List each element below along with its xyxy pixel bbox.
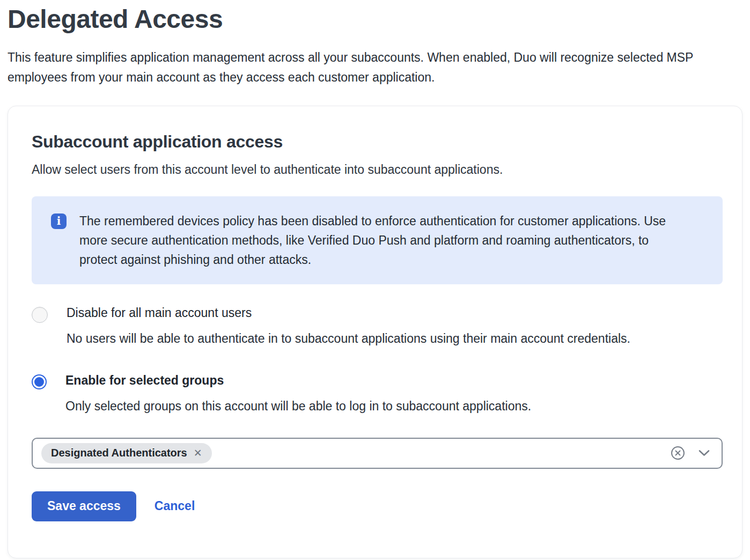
remove-tag-icon[interactable]: ✕ bbox=[194, 448, 202, 458]
save-access-button[interactable]: Save access bbox=[32, 491, 136, 521]
card-subheading: Allow select users from this account lev… bbox=[32, 163, 718, 177]
delegated-access-page: Delegated Access This feature simplifies… bbox=[0, 0, 750, 558]
cancel-button[interactable]: Cancel bbox=[155, 499, 195, 513]
form-actions: Save access Cancel bbox=[32, 491, 718, 521]
page-title: Delegated Access bbox=[8, 5, 742, 34]
radio-disable-all[interactable] bbox=[32, 307, 48, 323]
select-controls bbox=[670, 445, 710, 461]
info-icon: i bbox=[51, 213, 67, 229]
option-disable-all-texts: Disable for all main account users No us… bbox=[67, 306, 630, 349]
info-alert: i The remembered devices policy has been… bbox=[32, 196, 723, 284]
option-enable-groups-description: Only selected groups on this account wil… bbox=[65, 396, 531, 416]
info-alert-text: The remembered devices policy has been d… bbox=[79, 211, 686, 269]
option-enable-groups-label[interactable]: Enable for selected groups bbox=[65, 373, 531, 388]
option-enable-groups: Enable for selected groups Only selected… bbox=[32, 373, 718, 416]
page-description: This feature simplifies application mana… bbox=[8, 48, 721, 87]
option-enable-groups-texts: Enable for selected groups Only selected… bbox=[65, 373, 531, 416]
option-disable-all-label[interactable]: Disable for all main account users bbox=[67, 306, 630, 320]
radio-enable-groups[interactable] bbox=[33, 375, 46, 388]
selected-group-tag: Designated Authenticators ✕ bbox=[41, 443, 212, 463]
option-disable-all-description: No users will be able to authenticate in… bbox=[67, 329, 630, 349]
groups-multiselect-input[interactable]: Designated Authenticators ✕ bbox=[32, 438, 723, 469]
clear-selection-icon[interactable] bbox=[670, 445, 686, 461]
subaccount-access-card: Subaccount application access Allow sele… bbox=[8, 106, 742, 558]
chevron-down-icon[interactable] bbox=[698, 450, 710, 456]
card-heading: Subaccount application access bbox=[32, 132, 718, 152]
selected-group-tag-label: Designated Authenticators bbox=[51, 447, 187, 459]
option-disable-all: Disable for all main account users No us… bbox=[32, 306, 718, 349]
